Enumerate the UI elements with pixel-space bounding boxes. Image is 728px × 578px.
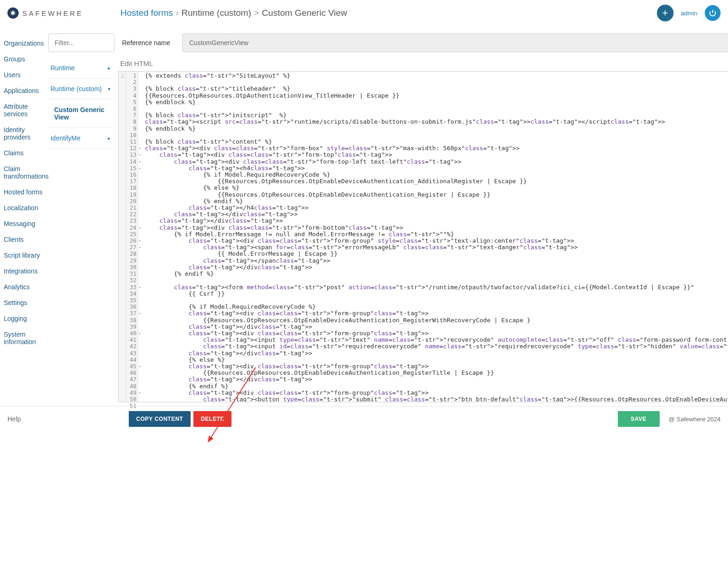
sidebar-item-users[interactable]: Users xyxy=(4,67,48,83)
code-area[interactable]: {% extends class="t-str">"SiteLayout" %}… xyxy=(138,72,728,402)
help-link[interactable]: Help xyxy=(7,415,21,423)
sidebar-item-claim-transformations[interactable]: Claim transformations xyxy=(4,161,48,184)
code-editor[interactable]: i 12345678910111213141516171819202122232… xyxy=(118,71,728,402)
sidebar-item-integrations[interactable]: Integrations xyxy=(4,263,48,279)
power-button[interactable] xyxy=(705,5,721,21)
breadcrumb-leaf: Custom Generic View xyxy=(262,8,347,18)
sidebar-item-applications[interactable]: Applications xyxy=(4,83,48,99)
tree: Runtime▸Runtime (custom)▾Custom Generic … xyxy=(48,58,118,402)
sidebar-item-claims[interactable]: Claims xyxy=(4,145,48,161)
copyright: @ Safewhere 2024 xyxy=(669,416,721,423)
tree-item-runtime-custom-[interactable]: Runtime (custom)▾ xyxy=(48,79,113,100)
add-button[interactable]: + xyxy=(657,5,674,21)
sidebar-item-system-information[interactable]: System information xyxy=(4,326,48,350)
sidebar-item-localization[interactable]: Localization xyxy=(4,200,48,216)
header-right: + admin xyxy=(657,5,721,21)
tree-item-label: Custom Generic View xyxy=(54,106,111,121)
tree-and-editor: Runtime▸Runtime (custom)▾Custom Generic … xyxy=(48,58,728,402)
delete-button[interactable]: DELETE xyxy=(193,411,232,427)
gutter-info-icon: i xyxy=(119,72,126,402)
tree-item-identifyme[interactable]: IdentifyMe▸ xyxy=(48,128,113,149)
filter-input[interactable] xyxy=(48,33,114,52)
sidebar-item-script-library[interactable]: Script library xyxy=(4,247,48,263)
editor-header: Edit HTML Preview on Computer xyxy=(118,58,728,71)
sidebar-item-messaging[interactable]: Messaging xyxy=(4,216,48,232)
top-row: Reference name CustomGenericView xyxy=(48,26,728,58)
sidebar-item-groups[interactable]: Groups xyxy=(4,51,48,67)
tree-item-runtime[interactable]: Runtime▸ xyxy=(48,58,113,79)
breadcrumb-mid: Runtime (custom) xyxy=(181,8,251,18)
header: ✱ SAFEWHERE Hosted forms › Runtime (cust… xyxy=(0,0,728,26)
logo: ✱ SAFEWHERE xyxy=(7,7,83,19)
sidebar-item-analytics[interactable]: Analytics xyxy=(4,279,48,295)
reference-name-value: CustomGenericView xyxy=(182,33,728,52)
chevron-right-icon: ▸ xyxy=(108,65,111,71)
edit-html-label: Edit HTML xyxy=(120,60,153,67)
chevron-down-icon: ▾ xyxy=(108,86,111,92)
reference-name-label: Reference name xyxy=(122,39,170,47)
save-button[interactable]: SAVE xyxy=(618,411,660,427)
footer: Help COPY CONTENT DELETE SAVE @ Safewher… xyxy=(0,406,728,432)
tree-item-label: Runtime xyxy=(50,64,74,72)
power-icon xyxy=(708,9,717,17)
editor-pane: Edit HTML Preview on Computer i 12345678… xyxy=(118,58,728,402)
sidebar-item-attribute-services[interactable]: Attribute services xyxy=(4,99,48,122)
tree-item-label: IdentifyMe xyxy=(50,134,80,142)
content: Reference name CustomGenericView Runtime… xyxy=(48,26,728,402)
breadcrumb-sep-icon: › xyxy=(176,8,179,18)
breadcrumb-sep-icon: > xyxy=(254,8,259,18)
breadcrumb-root[interactable]: Hosted forms xyxy=(120,8,173,18)
sidebar-item-organizations[interactable]: Organizations xyxy=(4,35,48,51)
sidebar-item-hosted-forms[interactable]: Hosted forms xyxy=(4,184,48,200)
tree-item-label: Runtime (custom) xyxy=(50,85,101,93)
plus-icon: + xyxy=(662,7,668,19)
main: OrganizationsGroupsUsersApplicationsAttr… xyxy=(0,26,728,402)
tree-item-custom-generic-view[interactable]: Custom Generic View xyxy=(48,100,113,128)
chevron-right-icon: ▸ xyxy=(108,135,111,141)
admin-label[interactable]: admin xyxy=(681,10,697,17)
logo-icon: ✱ xyxy=(7,7,19,19)
sidebar: OrganizationsGroupsUsersApplicationsAttr… xyxy=(0,26,48,402)
sidebar-item-clients[interactable]: Clients xyxy=(4,232,48,247)
sidebar-item-identity-providers[interactable]: Identity providers xyxy=(4,122,48,145)
sidebar-item-logging[interactable]: Logging xyxy=(4,311,48,326)
logo-text: SAFEWHERE xyxy=(22,9,83,17)
breadcrumb: Hosted forms › Runtime (custom) > Custom… xyxy=(120,8,347,18)
sidebar-item-settings[interactable]: Settings xyxy=(4,295,48,311)
footer-buttons: COPY CONTENT DELETE xyxy=(129,411,232,427)
line-gutter: 1234567891011121314151617181920212223242… xyxy=(126,72,138,402)
copy-content-button[interactable]: COPY CONTENT xyxy=(129,411,191,427)
